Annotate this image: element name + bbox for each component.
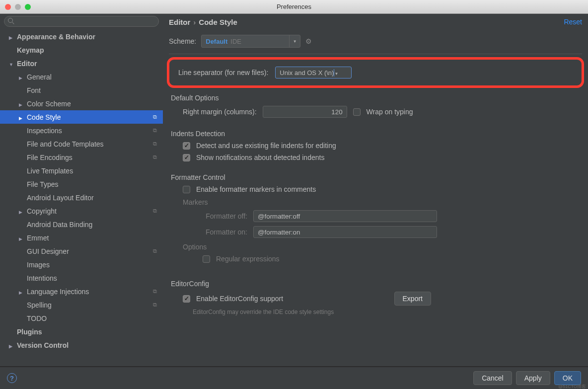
sidebar-item-label: Emmet bbox=[27, 234, 49, 242]
sidebar-item-intentions[interactable]: Intentions bbox=[0, 271, 163, 285]
profile-icon: ⧉ bbox=[153, 141, 157, 147]
apply-button[interactable]: Apply bbox=[516, 371, 550, 385]
chevron-down-icon bbox=[9, 60, 17, 68]
sidebar-item-inspections[interactable]: Inspections⧉ bbox=[0, 124, 163, 137]
help-icon[interactable]: ? bbox=[7, 373, 17, 383]
sidebar-item-android-data-binding[interactable]: Android Data Binding bbox=[0, 218, 163, 231]
detect-indents-label: Detect and use existing file indents for… bbox=[196, 142, 336, 150]
sidebar-item-todo[interactable]: TODO bbox=[0, 311, 163, 325]
right-margin-input[interactable] bbox=[263, 106, 347, 118]
sidebar-item-android-layout-editor[interactable]: Android Layout Editor bbox=[0, 191, 163, 204]
window-controls bbox=[5, 4, 31, 10]
sidebar-item-label: Font bbox=[27, 86, 41, 94]
ok-button[interactable]: OK bbox=[554, 371, 581, 385]
settings-tree: Appearance & BehaviorKeymapEditorGeneral… bbox=[0, 30, 163, 361]
sidebar-item-font[interactable]: Font bbox=[0, 83, 163, 97]
sidebar-item-file-and-code-templates[interactable]: File and Code Templates⧉ bbox=[0, 137, 163, 151]
export-button[interactable]: Export bbox=[394, 292, 431, 306]
profile-icon: ⧉ bbox=[153, 127, 157, 134]
wrap-on-typing-checkbox[interactable] bbox=[353, 108, 361, 116]
sidebar-item-label: File Encodings bbox=[27, 154, 73, 161]
sidebar-item-label: Spelling bbox=[27, 301, 52, 309]
chevron-right-icon bbox=[19, 100, 27, 108]
sidebar-item-plugins[interactable]: Plugins bbox=[0, 325, 163, 338]
profile-icon: ⧉ bbox=[153, 114, 157, 120]
sidebar-item-label: Editor bbox=[17, 60, 37, 68]
notify-indents-label: Show notifications about detected indent… bbox=[196, 154, 324, 161]
sidebar-item-editor[interactable]: Editor bbox=[0, 57, 163, 70]
sidebar-item-keymap[interactable]: Keymap bbox=[0, 43, 163, 57]
sidebar-item-file-encodings[interactable]: File Encodings⧉ bbox=[0, 151, 163, 164]
profile-icon: ⧉ bbox=[153, 248, 157, 254]
reset-link[interactable]: Reset bbox=[564, 18, 582, 26]
sidebar-item-live-templates[interactable]: Live Templates bbox=[0, 164, 163, 177]
sidebar-item-code-style[interactable]: Code Style⧉ bbox=[0, 110, 163, 124]
sidebar-item-file-types[interactable]: File Types bbox=[0, 177, 163, 191]
watermark: @51CTO博客 bbox=[558, 384, 586, 389]
sidebar-item-label: TODO bbox=[27, 314, 47, 322]
sidebar-item-label: Android Layout Editor bbox=[27, 194, 94, 202]
editorconfig-checkbox[interactable] bbox=[183, 295, 190, 303]
detect-indents-checkbox[interactable] bbox=[183, 142, 190, 150]
profile-icon: ⧉ bbox=[153, 154, 157, 160]
sidebar-item-label: File and Code Templates bbox=[27, 140, 104, 148]
breadcrumb-root[interactable]: Editor bbox=[169, 18, 190, 26]
chevron-right-icon bbox=[9, 341, 17, 349]
sidebar-item-label: Inspections bbox=[27, 127, 62, 135]
search-icon bbox=[8, 18, 13, 23]
breadcrumb-leaf: Code Style bbox=[199, 18, 237, 26]
sidebar-item-spelling[interactable]: Spelling⧉ bbox=[0, 298, 163, 311]
sidebar-item-version-control[interactable]: Version Control bbox=[0, 338, 163, 352]
right-margin-label: Right margin (columns): bbox=[183, 108, 257, 116]
sidebar-item-label: Android Data Binding bbox=[27, 221, 92, 229]
sidebar-item-label: File Types bbox=[27, 180, 59, 188]
notify-indents-checkbox[interactable] bbox=[183, 154, 190, 161]
chevron-right-icon bbox=[19, 73, 27, 81]
maximize-icon[interactable] bbox=[25, 4, 31, 10]
formatter-on-label: Formatter on: bbox=[193, 228, 247, 236]
regex-checkbox[interactable] bbox=[203, 255, 210, 263]
chevron-right-icon bbox=[9, 33, 17, 41]
sidebar-item-label: Copyright bbox=[27, 207, 57, 215]
sidebar-item-emmet[interactable]: Emmet bbox=[0, 231, 163, 244]
chevron-right-icon bbox=[19, 113, 27, 121]
sidebar-item-images[interactable]: Images bbox=[0, 258, 163, 271]
sidebar-item-label: Plugins bbox=[17, 328, 42, 336]
formatter-off-input[interactable] bbox=[253, 210, 437, 222]
sidebar-item-label: GUI Designer bbox=[27, 247, 69, 255]
search-input[interactable] bbox=[4, 16, 159, 27]
minimize-icon[interactable] bbox=[15, 4, 21, 10]
regex-label: Regular expressions bbox=[216, 255, 280, 263]
sidebar-item-appearance-behavior[interactable]: Appearance & Behavior bbox=[0, 30, 163, 43]
chevron-down-icon bbox=[289, 35, 300, 47]
cancel-button[interactable]: Cancel bbox=[473, 371, 512, 385]
section-formatter: Formatter Control bbox=[163, 170, 588, 183]
scheme-tag: IDE bbox=[230, 38, 241, 45]
sidebar-item-color-scheme[interactable]: Color Scheme bbox=[0, 97, 163, 110]
scheme-dropdown[interactable]: Default IDE bbox=[201, 35, 300, 48]
close-icon[interactable] bbox=[5, 4, 11, 10]
section-default-options: Default Options bbox=[163, 91, 588, 104]
sidebar-item-language-injections[interactable]: Language Injections⧉ bbox=[0, 285, 163, 298]
enable-formatter-label: Enable formatter markers in comments bbox=[196, 185, 316, 193]
sidebar-item-gui-designer[interactable]: GUI Designer⧉ bbox=[0, 244, 163, 258]
footer: ? Cancel Apply OK bbox=[0, 366, 588, 389]
line-sep-dropdown[interactable]: Unix and OS X (\n) bbox=[275, 67, 352, 78]
sidebar-item-general[interactable]: General bbox=[0, 70, 163, 83]
gear-icon[interactable]: ⚙ bbox=[305, 37, 312, 45]
profile-icon: ⧉ bbox=[153, 208, 157, 214]
formatter-on-input[interactable] bbox=[253, 226, 437, 238]
enable-formatter-checkbox[interactable] bbox=[183, 186, 190, 193]
sidebar-item-label: Code Style bbox=[27, 113, 61, 121]
sidebar-item-copyright[interactable]: Copyright⧉ bbox=[0, 204, 163, 218]
line-sep-value: Unix and OS X (\n) bbox=[280, 69, 334, 77]
chevron-right-icon bbox=[19, 288, 27, 296]
sidebar-item-label: General bbox=[27, 73, 52, 81]
content-panel: Editor › Code Style Reset Scheme: Defaul… bbox=[163, 14, 588, 361]
section-indents: Indents Detection bbox=[163, 127, 588, 140]
formatter-off-label: Formatter off: bbox=[193, 212, 247, 220]
sidebar: Appearance & BehaviorKeymapEditorGeneral… bbox=[0, 14, 163, 361]
sidebar-item-label: Color Scheme bbox=[27, 100, 71, 108]
sidebar-item-label: Intentions bbox=[27, 274, 57, 282]
sidebar-item-label: Appearance & Behavior bbox=[17, 33, 95, 41]
